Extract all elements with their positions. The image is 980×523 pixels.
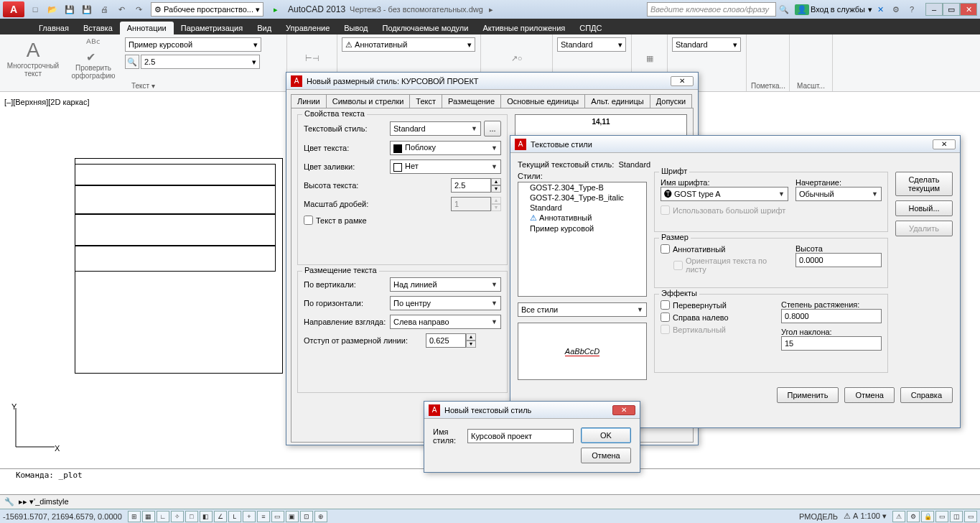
- mtext-button[interactable]: A Многострочный текст: [4, 36, 62, 80]
- viewport-label[interactable]: [–][Верхняя][2D каркас]: [4, 98, 89, 106]
- group-title-scale[interactable]: Масшт...: [794, 80, 828, 90]
- help-button[interactable]: Справка: [900, 387, 953, 403]
- style-item[interactable]: GOST-2.304_Type-B: [518, 182, 646, 193]
- spin-down-icon[interactable]: ▼: [491, 185, 501, 193]
- ribbon-tab-1[interactable]: Вставка: [76, 22, 120, 34]
- exchange-icon[interactable]: ✕: [872, 1, 888, 17]
- cancel-button[interactable]: Отмена: [581, 448, 631, 463]
- dim-dialog-close[interactable]: ✕: [671, 76, 694, 86]
- table-style-combo[interactable]: Standard▾: [672, 37, 741, 52]
- ribbon-tab-2[interactable]: Аннотации: [120, 22, 174, 34]
- 3dosnap-icon[interactable]: ◧: [200, 511, 213, 522]
- ribbon-tab-3[interactable]: Параметризация: [174, 22, 250, 34]
- text-height-combo[interactable]: 2.5▾: [141, 55, 260, 69]
- dim-tab-3[interactable]: Размещение: [442, 94, 501, 108]
- textstyle-combo[interactable]: Standard▼: [390, 121, 481, 136]
- styles-listbox[interactable]: GOST-2.304_Type-BGOST-2.304_Type-B_itali…: [518, 182, 647, 297]
- new-style-button[interactable]: Новый...: [895, 200, 953, 216]
- newstyle-close[interactable]: ✕: [612, 405, 635, 415]
- style-item[interactable]: Standard: [518, 203, 646, 213]
- newstyle-titlebar[interactable]: A Новый текстовый стиль ✕: [424, 402, 640, 419]
- app-logo[interactable]: A: [3, 1, 24, 17]
- ribbon-tab-9[interactable]: СПДС: [572, 22, 609, 34]
- horiz-combo[interactable]: По центру▼: [390, 296, 501, 310]
- doc-nav-icon[interactable]: ▸: [483, 1, 499, 17]
- ducs-icon[interactable]: L: [228, 511, 241, 522]
- clean-icon[interactable]: ▭: [964, 511, 977, 522]
- height-spinner[interactable]: [451, 178, 491, 193]
- command-line[interactable]: 🔧▸▸ ▾'_dimstyle: [0, 494, 980, 509]
- dim-tab-1[interactable]: Символы и стрелки: [326, 94, 411, 108]
- new-icon[interactable]: □: [27, 1, 43, 17]
- search-input[interactable]: Введите ключевое слово/фразу: [647, 2, 776, 17]
- filter-combo[interactable]: Все стили▼: [518, 302, 647, 317]
- ribbon-tab-4[interactable]: Вид: [250, 22, 279, 34]
- group-title-mark[interactable]: Пометка...: [751, 80, 785, 90]
- help-icon[interactable]: ?: [904, 1, 920, 17]
- undo-icon[interactable]: ↶: [113, 1, 129, 17]
- lwt-icon[interactable]: ≡: [257, 511, 270, 522]
- cancel-button[interactable]: Отмена: [844, 387, 894, 403]
- tpy-icon[interactable]: ▭: [271, 511, 284, 522]
- ribbon-tab-7[interactable]: Подключаемые модули: [375, 22, 476, 34]
- minimize-button[interactable]: –: [925, 3, 943, 16]
- style-item[interactable]: GOST-2.304_Type-B_italic: [518, 193, 646, 203]
- dim-tab-4[interactable]: Основные единицы: [500, 94, 585, 108]
- frame-checkbox[interactable]: Текст в рамке: [304, 216, 501, 225]
- spin-up-icon[interactable]: ▲: [491, 178, 501, 185]
- open-icon[interactable]: 📂: [45, 1, 60, 17]
- backwards-checkbox[interactable]: Справа налево: [661, 313, 774, 322]
- textcolor-combo[interactable]: Поблоку▼: [390, 141, 501, 155]
- modelspace-label[interactable]: РМОДЕЛЬ: [799, 512, 838, 521]
- fontname-combo[interactable]: 🅣 GOST type A▼: [661, 187, 788, 201]
- vert-combo[interactable]: Над линией▼: [390, 277, 501, 292]
- iso-icon[interactable]: ◫: [950, 511, 963, 522]
- workspace-picker[interactable]: ⚙ Рабочее пространство... ▾: [151, 2, 263, 17]
- dim-dialog-titlebar[interactable]: A Новый размерный стиль: КУРСОВОЙ ПРОЕКТ…: [286, 73, 698, 90]
- spellcheck-button[interactable]: ᴬᴮᶜ✔ Проверить орфографию: [65, 36, 122, 80]
- restore-button[interactable]: ▭: [943, 3, 960, 16]
- ribbon-tab-0[interactable]: Главная: [32, 22, 76, 34]
- redo-icon[interactable]: ↷: [131, 1, 146, 17]
- otrack-icon[interactable]: ∠: [214, 511, 227, 522]
- dim-tab-2[interactable]: Текст: [409, 94, 442, 108]
- dim-tab-6[interactable]: Допуски: [650, 94, 692, 108]
- group-title-text[interactable]: Текст ▾: [4, 80, 282, 90]
- osnap-icon[interactable]: □: [185, 511, 198, 522]
- textstyle-browse-button[interactable]: ...: [484, 121, 501, 136]
- ribbon-tab-5[interactable]: Управление: [279, 22, 337, 34]
- fracscale-spinner[interactable]: [451, 197, 491, 211]
- grid-icon[interactable]: ▦: [142, 511, 155, 522]
- ribbon-tab-6[interactable]: Вывод: [337, 22, 375, 34]
- fontstyle-combo[interactable]: Обычный▼: [795, 187, 882, 201]
- text-style-combo[interactable]: Пример курсовой▾: [125, 37, 261, 52]
- anno-vis-icon[interactable]: ⚠: [892, 511, 905, 522]
- save-icon[interactable]: 💾: [62, 1, 78, 17]
- style-name-input[interactable]: [467, 429, 574, 443]
- txt-dialog-titlebar[interactable]: A Текстовые стили ✕: [510, 136, 960, 153]
- offset-spinner[interactable]: [426, 333, 466, 348]
- hw-icon[interactable]: ▭: [935, 511, 948, 522]
- style-item[interactable]: Пример курсовой: [518, 223, 646, 233]
- annotative-checkbox[interactable]: Аннотативный: [661, 244, 788, 254]
- search-icon[interactable]: 🔍: [776, 1, 792, 17]
- find-icon[interactable]: 🔍: [125, 55, 139, 69]
- dim-tab-0[interactable]: Линии: [291, 94, 327, 108]
- signin-label[interactable]: Вход в службы: [811, 5, 865, 14]
- style-item[interactable]: ⚠ Аннотативный: [518, 213, 646, 223]
- play-icon[interactable]: ▸: [268, 1, 284, 17]
- oblique-input[interactable]: [781, 336, 882, 351]
- upside-checkbox[interactable]: Перевернутый: [661, 300, 774, 310]
- ribbon-tab-8[interactable]: Активные приложения: [475, 22, 572, 34]
- close-button[interactable]: ✕: [960, 3, 977, 16]
- am-icon[interactable]: ⊕: [314, 511, 327, 522]
- dim-style-combo[interactable]: ⚠ Аннотативный▾: [342, 37, 475, 52]
- dyn-icon[interactable]: +: [243, 511, 256, 522]
- lock-icon[interactable]: 🔒: [921, 511, 934, 522]
- print-icon[interactable]: 🖨: [96, 1, 112, 17]
- help-tool-icon[interactable]: ⚙: [888, 1, 904, 17]
- dim-tab-5[interactable]: Альт. единицы: [584, 94, 650, 108]
- set-current-button[interactable]: Сделать текущим: [895, 172, 953, 196]
- anno-scale-label[interactable]: ⚠ А 1:100 ▾: [844, 512, 887, 521]
- dir-combo[interactable]: Слева направо▼: [390, 315, 501, 329]
